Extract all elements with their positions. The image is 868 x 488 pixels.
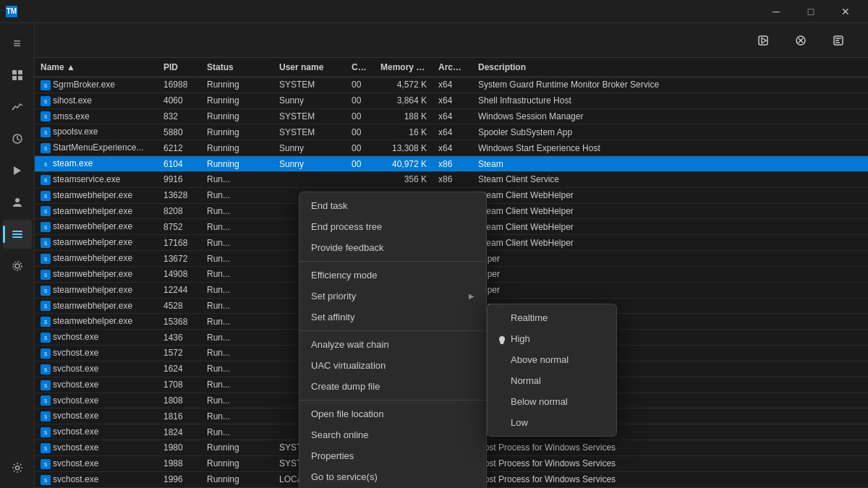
col-header-user[interactable]: User name (273, 58, 346, 77)
table-row[interactable]: Ssihost.exe 4060 Running Sunny 00 3,864 … (35, 93, 868, 108)
cell-status: Run... (201, 361, 273, 377)
cell-pid: 8208 (158, 203, 201, 219)
app-icon: TM (6, 6, 17, 17)
cell-mem: 188 K (375, 108, 433, 124)
cell-arch: x64 (433, 124, 472, 140)
cell-status: Running (201, 140, 273, 156)
priority-item-above-normal[interactable]: ●Above normal (488, 349, 616, 370)
sidebar-item-overview[interactable] (3, 61, 32, 90)
priority-label: Realtime (511, 312, 548, 323)
ctx-label: Create dump file (311, 381, 380, 392)
properties-header-button[interactable] (825, 29, 856, 52)
ctx-item-open-file-location[interactable]: Open file location (299, 403, 486, 424)
ctx-item-search-online[interactable]: Search online (299, 424, 486, 445)
table-row[interactable]: SStartMenuExperience... 6212 Running Sun… (35, 140, 868, 156)
maximize-button[interactable]: □ (794, 0, 827, 23)
cell-status: Run... (201, 393, 273, 408)
ctx-separator (299, 400, 486, 401)
ctx-item-efficiency-mode[interactable]: Efficiency mode (299, 265, 486, 286)
cell-cpu: 00 (346, 124, 375, 140)
svg-text:S: S (44, 273, 48, 278)
svg-rect-7 (12, 231, 22, 232)
col-header-cpu[interactable]: CPU (346, 58, 375, 77)
minimize-button[interactable]: ─ (760, 0, 793, 23)
ctx-item-analyze-wait-chain[interactable]: Analyze wait chain (299, 334, 486, 355)
run-new-task-button[interactable] (749, 29, 781, 52)
cell-arch: x64 (433, 77, 472, 93)
table-row[interactable]: Ssteam.exe 6104 Running Sunny 00 40,972 … (35, 156, 868, 172)
sidebar-item-performance[interactable] (3, 93, 32, 121)
end-task-header-button[interactable] (787, 29, 819, 52)
sidebar-item-menu[interactable]: ≡ (3, 29, 32, 58)
svg-text:S: S (44, 320, 48, 325)
col-header-status[interactable]: Status (201, 58, 273, 77)
content-header (35, 23, 868, 58)
sidebar-item-history[interactable] (3, 124, 32, 153)
ctx-item-properties[interactable]: Properties (299, 445, 486, 466)
cell-status: Running (201, 77, 273, 93)
submenu-arrow-icon: ▶ (469, 292, 475, 300)
priority-item-realtime[interactable]: ●Realtime (488, 307, 616, 328)
col-header-mem[interactable]: Memory (a... (375, 58, 433, 77)
cell-pid: 1824 (158, 424, 201, 440)
svg-text:S: S (44, 146, 48, 151)
cell-desc: Spooler SubSystem App (472, 124, 868, 140)
sidebar-item-settings[interactable] (3, 453, 32, 482)
priority-item-low[interactable]: ●Low (488, 412, 616, 433)
cell-pid: 1572 (158, 346, 201, 361)
table-row[interactable]: Ssmss.exe 832 Running SYSTEM 00 188 K x6… (35, 108, 868, 124)
ctx-label: Search online (311, 429, 369, 440)
priority-item-normal[interactable]: ●Normal (488, 370, 616, 391)
ctx-item-uac-virtualization[interactable]: UAC virtualization (299, 355, 486, 376)
ctx-item-provide-feedback[interactable]: Provide feedback (299, 237, 486, 258)
cell-desc: ...lper (472, 266, 868, 282)
cell-status: Running (201, 156, 273, 172)
col-header-desc[interactable]: Description (472, 58, 868, 77)
cell-status: Run... (201, 314, 273, 330)
cell-cpu: 00 (346, 93, 375, 108)
cell-desc: Windows Start Experience Host (472, 140, 868, 156)
cell-name: Ssihost.exe (35, 93, 158, 108)
table-row[interactable]: Sspoolsv.exe 5880 Running SYSTEM 00 16 K… (35, 124, 868, 140)
cell-pid: 1988 (158, 455, 201, 471)
sidebar-item-startup[interactable] (3, 156, 32, 185)
ctx-item-set-priority[interactable]: Set priority▶ (299, 286, 486, 307)
ctx-item-go-to-service[interactable]: Go to service(s) (299, 466, 486, 487)
ctx-item-end-process-tree[interactable]: End process tree (299, 216, 486, 237)
cell-desc: Host Process for Windows Services (472, 455, 868, 471)
ctx-item-end-task[interactable]: End task (299, 195, 486, 216)
sidebar-item-details[interactable] (3, 220, 32, 249)
table-row[interactable]: Ssteamservice.exe 9916 Run... 356 K x86 … (35, 171, 868, 187)
process-table-container[interactable]: Name ▲ PID Status User name CPU Memory (… (35, 58, 868, 488)
svg-rect-2 (12, 76, 17, 80)
ctx-label: Open file location (311, 408, 383, 419)
ctx-item-set-affinity[interactable]: Set affinity (299, 307, 486, 328)
ctx-item-create-dump-file[interactable]: Create dump file (299, 376, 486, 397)
ctx-label: Properties (311, 450, 354, 461)
header-actions (749, 29, 856, 52)
table-row[interactable]: SSgrmBroker.exe 16988 Running SYSTEM 00 … (35, 77, 868, 93)
col-header-pid[interactable]: PID (158, 58, 201, 77)
cell-name: Sspoolsv.exe (35, 124, 158, 140)
cell-name: SSgrmBroker.exe (35, 77, 158, 93)
cell-status: Running (201, 455, 273, 471)
priority-check-icon: ● (499, 336, 505, 342)
svg-text:S: S (44, 462, 48, 467)
cell-cpu: 00 (346, 108, 375, 124)
cell-pid: 8752 (158, 219, 201, 235)
ctx-label: End task (311, 200, 348, 211)
cell-desc: Shell Infrastructure Host (472, 93, 868, 108)
cell-status: Run... (201, 266, 273, 282)
col-header-arch[interactable]: Architec... (433, 58, 472, 77)
svg-point-10 (15, 264, 20, 268)
priority-item-below-normal[interactable]: ●Below normal (488, 391, 616, 412)
sidebar-item-users[interactable] (3, 188, 32, 217)
svg-text:S: S (44, 351, 48, 356)
col-header-name[interactable]: Name ▲ (35, 58, 158, 77)
sidebar-item-services[interactable] (3, 252, 32, 281)
close-button[interactable]: ✕ (829, 0, 862, 23)
priority-item-high[interactable]: ●High (488, 328, 616, 349)
svg-rect-1 (18, 70, 22, 74)
cell-mem: 13,308 K (375, 140, 433, 156)
cell-status: Running (201, 108, 273, 124)
